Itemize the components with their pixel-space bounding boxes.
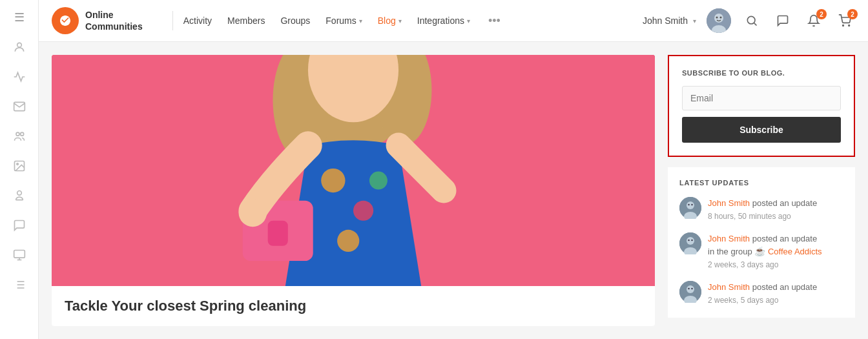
svg-point-45 (691, 239, 693, 241)
group-icon[interactable] (12, 129, 26, 143)
svg-point-4 (16, 163, 17, 165)
avatar-update-3[interactable] (679, 281, 701, 303)
group-emoji-icon: ☕ (754, 246, 765, 256)
avatar-update-1[interactable] (679, 197, 701, 219)
user-menu[interactable]: John Smith ▾ (643, 15, 696, 26)
svg-point-44 (688, 239, 690, 241)
update-action-2: posted an update (752, 234, 817, 243)
logo-area: Online Communities (52, 7, 143, 34)
update-item-2: John Smith posted an update in the group… (679, 232, 843, 271)
svg-point-42 (687, 237, 694, 245)
cart-button[interactable]: 2 (834, 10, 855, 31)
user-icon[interactable] (12, 40, 26, 54)
update-item-3: John Smith posted an update 2 weeks, 5 d… (679, 281, 843, 306)
integrations-chevron-icon: ▾ (467, 17, 470, 25)
svg-point-2 (20, 132, 23, 136)
svg-point-29 (321, 169, 345, 192)
svg-point-35 (239, 199, 267, 227)
members-icon[interactable] (12, 189, 26, 203)
top-navigation: Online Communities Activity Members Grou… (39, 0, 868, 42)
nav-members[interactable]: Members (227, 15, 265, 26)
subscribe-button[interactable]: Subscribe (682, 117, 841, 143)
nav-forums[interactable]: Forums ▾ (326, 15, 362, 26)
latest-updates: LATEST UPDATES John Smith (668, 167, 855, 318)
update-time-1: 8 hours, 50 minutes ago (708, 211, 817, 222)
nav-divider (172, 11, 173, 30)
avatar-update-2[interactable] (679, 232, 701, 254)
left-sidebar: ☰ (0, 0, 39, 339)
svg-point-19 (720, 17, 722, 19)
search-button[interactable] (741, 10, 762, 31)
svg-point-1 (16, 132, 19, 136)
svg-point-49 (688, 288, 690, 290)
svg-point-30 (353, 201, 373, 221)
svg-point-20 (747, 16, 755, 24)
update-username-3[interactable]: John Smith (708, 282, 750, 292)
svg-point-22 (843, 25, 844, 26)
nav-groups[interactable]: Groups (280, 15, 310, 26)
notification-badge: 2 (816, 9, 827, 19)
subscribe-title: SUBSCRIBE TO OUR BLOG. (682, 69, 841, 77)
update-group-name-2[interactable]: Coffee Addicts (768, 247, 822, 256)
activity-icon[interactable] (12, 70, 26, 84)
update-action-3: posted an update (752, 282, 817, 292)
blog-title: Tackle Your closest Spring cleaning (65, 298, 642, 314)
svg-point-32 (369, 172, 388, 190)
nav-links: Activity Members Groups Forums ▾ Blog ▾ … (183, 14, 643, 28)
svg-point-23 (849, 25, 850, 26)
blog-title-area: Tackle Your closest Spring cleaning (52, 286, 655, 326)
list-icon[interactable] (12, 278, 26, 292)
subscribe-box: SUBSCRIBE TO OUR BLOG. Subscribe (668, 55, 855, 157)
svg-point-5 (17, 191, 21, 196)
update-text-3: John Smith posted an update 2 weeks, 5 d… (708, 281, 817, 306)
update-text-1: John Smith posted an update 8 hours, 50 … (708, 197, 817, 222)
latest-updates-title: LATEST UPDATES (679, 179, 843, 187)
cart-badge: 2 (847, 9, 858, 19)
svg-line-21 (754, 23, 757, 26)
svg-rect-34 (268, 221, 288, 246)
user-name: John Smith (643, 15, 688, 26)
logo-text: Online Communities (85, 9, 143, 32)
forums-chevron-icon: ▾ (359, 17, 362, 25)
monitor-icon[interactable] (12, 248, 26, 262)
hero-image (52, 55, 655, 286)
blog-chevron-icon: ▾ (398, 17, 402, 25)
update-in-group: in the group (708, 247, 752, 256)
email-input[interactable] (682, 86, 841, 110)
update-time-2: 2 weeks, 3 days ago (708, 259, 822, 271)
logo-icon (52, 7, 79, 34)
content-area: Tackle Your closest Spring cleaning SUBS… (39, 42, 868, 339)
update-username-2[interactable]: John Smith (708, 234, 750, 243)
notifications-button[interactable]: 2 (803, 10, 824, 31)
menu-hamburger-icon[interactable]: ☰ (14, 10, 25, 25)
right-sidebar: SUBSCRIBE TO OUR BLOG. Subscribe LATEST … (668, 55, 855, 326)
svg-point-39 (688, 204, 690, 206)
topnav-right: John Smith ▾ 2 (643, 8, 855, 33)
image-icon[interactable] (12, 159, 26, 173)
svg-point-40 (691, 204, 693, 206)
more-options-icon[interactable]: ••• (488, 14, 501, 28)
update-item: John Smith posted an update 8 hours, 50 … (679, 197, 843, 222)
chat-icon[interactable] (12, 218, 26, 232)
svg-point-50 (691, 288, 693, 290)
main-container: Online Communities Activity Members Grou… (39, 0, 868, 339)
update-time-3: 2 weeks, 5 days ago (708, 294, 817, 306)
blog-main: Tackle Your closest Spring cleaning (52, 55, 655, 326)
update-text-2: John Smith posted an update in the group… (708, 232, 822, 271)
svg-point-37 (687, 201, 694, 209)
inbox-icon[interactable] (12, 99, 26, 114)
svg-point-18 (716, 17, 718, 19)
svg-rect-6 (14, 251, 25, 258)
update-username-1[interactable]: John Smith (708, 198, 750, 208)
user-chevron-icon: ▾ (693, 17, 696, 25)
nav-blog[interactable]: Blog ▾ (378, 15, 402, 26)
messages-button[interactable] (772, 10, 793, 31)
svg-point-47 (687, 285, 694, 293)
nav-integrations[interactable]: Integrations ▾ (417, 15, 470, 26)
svg-point-0 (17, 43, 21, 47)
avatar[interactable] (707, 8, 731, 33)
svg-point-31 (337, 230, 359, 252)
nav-activity[interactable]: Activity (183, 15, 212, 26)
